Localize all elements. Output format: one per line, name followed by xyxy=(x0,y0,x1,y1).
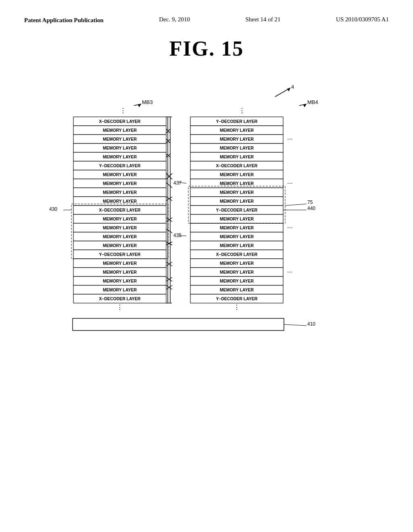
ref435-label: 435 xyxy=(173,233,181,238)
mem-r9-left: MEMORY LAYER xyxy=(103,216,137,221)
mem-r5-right: MEMORY LAYER xyxy=(220,172,254,177)
mem-r8-left: MEMORY LAYER xyxy=(103,199,137,204)
diagram-svg: 4 MB3 MB4 ⋮ ⋮ X–DECODER LAYER MEMORY LAY… xyxy=(41,77,372,439)
mem-r14-left: MEMORY LAYER xyxy=(103,270,137,274)
xdec-row2-right: X–DECODER LAYER xyxy=(216,252,258,257)
ref440-label: 440 xyxy=(307,206,315,211)
dots-bottom-left: ⋮ xyxy=(117,304,123,311)
mem-r11-left: MEMORY LAYER xyxy=(103,234,137,239)
mem-r16-right: MEMORY LAYER xyxy=(220,287,254,292)
mem-r16-left: MEMORY LAYER xyxy=(103,287,137,292)
dots-top-left: ⋮ xyxy=(120,107,126,114)
svg-line-60 xyxy=(284,324,307,326)
mem-r10-left: MEMORY LAYER xyxy=(103,225,137,230)
page: Patent Application Publication Dec. 9, 2… xyxy=(0,0,413,532)
ydec-row3-right: Y–DECODER LAYER xyxy=(216,296,258,301)
mem-r15-left: MEMORY LAYER xyxy=(103,278,137,283)
ref430-label: 430 xyxy=(49,206,57,212)
mem-r14-right: MEMORY LAYER xyxy=(220,270,254,274)
header: Patent Application Publication Dec. 9, 2… xyxy=(24,16,389,25)
dots-bottom-right: ⋮ xyxy=(234,304,240,311)
date-label: Dec. 9, 2010 xyxy=(159,16,190,23)
mb4-label: MB4 xyxy=(307,99,318,105)
mem-r2-left: MEMORY LAYER xyxy=(103,137,137,141)
ydec-row1-right: Y–DECODER LAYER xyxy=(216,119,258,124)
mem-r15-right: MEMORY LAYER xyxy=(220,278,254,283)
mem-r8-right: MEMORY LAYER xyxy=(220,199,254,204)
figure-title: FIG. 15 xyxy=(24,37,389,60)
mem-r5-left: MEMORY LAYER xyxy=(103,172,137,177)
mem-r3-right: MEMORY LAYER xyxy=(220,145,254,150)
dots-right-4: ··· xyxy=(287,268,292,275)
mem-r6-left: MEMORY LAYER xyxy=(103,181,137,186)
mem-r10-right: MEMORY LAYER xyxy=(220,225,254,230)
mem-r13-left: MEMORY LAYER xyxy=(103,261,137,266)
mem-r3-left: MEMORY LAYER xyxy=(103,145,137,150)
ref437-label: 437 xyxy=(173,180,181,186)
ref4-label: 4 xyxy=(291,84,294,90)
svg-rect-59 xyxy=(73,318,284,330)
ydec-row2-left: Y–DECODER LAYER xyxy=(99,252,141,257)
mem-r12-left: MEMORY LAYER xyxy=(103,243,137,248)
mem-r4-right: MEMORY LAYER xyxy=(220,154,254,159)
patent-label: US 2010/0309705 A1 xyxy=(336,16,389,23)
dots-top-right: ⋮ xyxy=(239,107,245,114)
mem-r12-right: MEMORY LAYER xyxy=(220,243,254,248)
dots-right-3: ··· xyxy=(287,224,292,231)
mem-r1-left: MEMORY LAYER xyxy=(103,128,137,133)
mb3-label: MB3 xyxy=(142,99,153,105)
mem-r6-right: MEMORY LAYER xyxy=(220,181,254,186)
ref75-label: 75 xyxy=(307,200,313,205)
ydec-row2-right: Y–DECODER LAYER xyxy=(216,208,258,212)
ydec-row1-left: Y–DECODER LAYER xyxy=(99,163,141,168)
ref410-label: 410 xyxy=(307,321,315,327)
xdec-row1-left: X–DECODER LAYER xyxy=(99,119,141,124)
mem-r9-right: MEMORY LAYER xyxy=(220,216,254,221)
publication-label: Patent Application Publication xyxy=(24,16,104,25)
xdec-row2-left: X–DECODER LAYER xyxy=(99,208,141,212)
mem-r2-right: MEMORY LAYER xyxy=(220,137,254,141)
mem-r4-left: MEMORY LAYER xyxy=(103,154,137,159)
mem-r7-left: MEMORY LAYER xyxy=(103,190,137,195)
mem-r11-right: MEMORY LAYER xyxy=(220,234,254,239)
mem-r13-right: MEMORY LAYER xyxy=(220,261,254,266)
svg-line-56 xyxy=(285,204,307,206)
mem-r1-right: MEMORY LAYER xyxy=(220,128,254,133)
xdec-row3-left: X–DECODER LAYER xyxy=(99,296,141,301)
sheet-label: Sheet 14 of 21 xyxy=(245,16,280,23)
dots-right-2: ··· xyxy=(287,180,292,187)
xdec-row1-right: X–DECODER LAYER xyxy=(216,163,258,168)
dots-right-1: ··· xyxy=(287,135,292,142)
mem-r7-right: MEMORY LAYER xyxy=(220,190,254,195)
